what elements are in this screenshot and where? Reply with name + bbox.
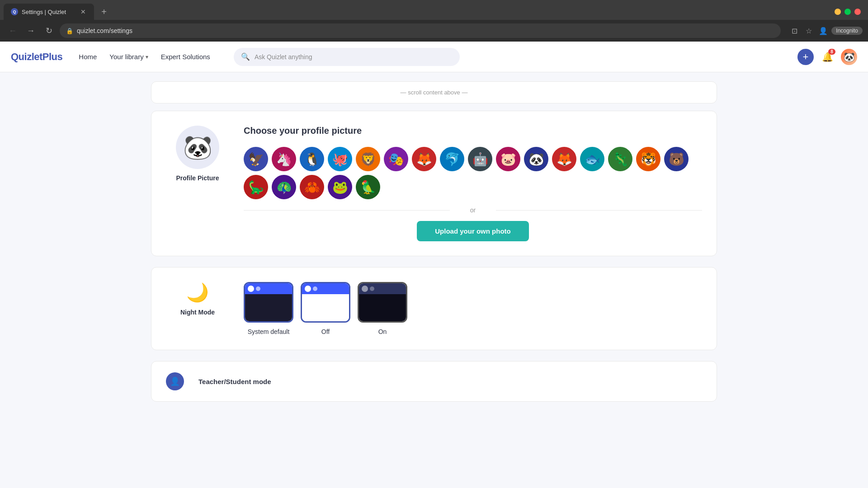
avatar-option[interactable]: 🐬 [440, 147, 464, 171]
profile-browser-icon[interactable]: 👤 [817, 24, 830, 37]
search-placeholder: Ask Quizlet anything [255, 53, 312, 61]
mode-off[interactable]: Off [301, 282, 350, 335]
app: QuizletPlus Home Your library ▾ Expert S… [0, 42, 868, 488]
or-divider: or [244, 206, 702, 214]
maximize-button[interactable] [844, 9, 851, 15]
favicon: Q [11, 8, 18, 15]
avatar-option[interactable]: 🐟 [580, 147, 604, 171]
upload-photo-button[interactable]: Upload your own photo [417, 221, 528, 241]
avatar-option[interactable]: 🐷 [496, 147, 520, 171]
teacher-student-section: 👤 Teacher/Student mode [151, 361, 717, 401]
night-mode-label: Night Mode [180, 309, 215, 316]
chevron-down-icon: ▾ [146, 54, 148, 60]
scrolled-section: — scroll content above — [151, 81, 717, 103]
avatar-option[interactable]: 🦜 [356, 175, 380, 199]
night-mode-options: System default Off [244, 282, 702, 335]
browser-toolbar: ← → ↻ 🔒 quizlet.com/settings ⊡ ☆ 👤 Incog… [0, 20, 868, 42]
nav-expert-solutions[interactable]: Expert Solutions [156, 49, 216, 64]
url-input[interactable]: quizlet.com/settings [77, 27, 774, 34]
avatar-option[interactable]: 🦁 [356, 147, 380, 171]
system-default-preview [244, 282, 293, 323]
avatar-emoji: 🐼 [183, 134, 212, 161]
back-button[interactable]: ← [5, 23, 20, 38]
night-mode-card: 🌙 Night Mode [151, 267, 717, 350]
cast-icon[interactable]: ⊡ [788, 24, 801, 37]
profile-picture-card: 🐼 Profile Picture Choose your profile pi… [151, 111, 717, 256]
avatar-option[interactable]: 🐻 [664, 147, 689, 171]
night-mode-section: 🌙 Night Mode [151, 267, 717, 350]
current-avatar: 🐼 [176, 126, 219, 169]
avatar-option[interactable]: 🦕 [244, 175, 268, 199]
avatar[interactable]: 🐼 [841, 49, 857, 65]
minimize-button[interactable] [835, 9, 841, 15]
profile-picture-section: 🐼 Profile Picture Choose your profile pi… [151, 111, 717, 256]
night-mode-left: 🌙 Night Mode [166, 282, 229, 316]
system-default-label: System default [248, 328, 290, 335]
avatar-option[interactable]: 🐸 [328, 175, 352, 199]
avatar-option[interactable]: 🦀 [300, 175, 324, 199]
teacher-student-card: 👤 Teacher/Student mode [151, 361, 717, 402]
forward-button[interactable]: → [24, 23, 38, 38]
avatar-option[interactable]: 🦄 [272, 147, 296, 171]
avatar-option[interactable]: 🦎 [608, 147, 632, 171]
profile-picture-title: Choose your profile picture [244, 126, 702, 136]
search-bar[interactable]: 🔍 Ask Quizlet anything [234, 48, 460, 66]
profile-picture-label: Profile Picture [176, 174, 219, 182]
tab-title: Settings | Quizlet [22, 9, 76, 15]
lock-icon: 🔒 [66, 28, 73, 34]
mode-on[interactable]: On [358, 282, 407, 335]
avatar-option[interactable]: 🎭 [384, 147, 408, 171]
profile-right: Choose your profile picture 🦅 🦄 🐧 🐙 🦁 🎭 … [244, 126, 702, 241]
logo[interactable]: QuizletPlus [11, 51, 62, 63]
toolbar-icons: ⊡ ☆ 👤 Incognito [788, 24, 863, 37]
avatar-grid: 🦅 🦄 🐧 🐙 🦁 🎭 🦊 🐬 🤖 🐷 🐼 🦊 🐟 🦎 [244, 147, 702, 199]
avatar-option[interactable]: 🦊 [412, 147, 436, 171]
nav-your-library[interactable]: Your library ▾ [104, 49, 153, 64]
window-controls [835, 9, 864, 15]
create-button[interactable]: + [797, 49, 814, 65]
avatar-option[interactable]: 🦊 [552, 147, 576, 171]
nav-home[interactable]: Home [73, 49, 102, 64]
tab-bar: Q Settings | Quizlet ✕ + [0, 0, 868, 20]
main-nav: Home Your library ▾ Expert Solutions [73, 49, 216, 64]
moon-icon: 🌙 [186, 282, 209, 303]
close-tab-button[interactable]: ✕ [80, 8, 87, 15]
header-actions: + 🔔 8 🐼 [797, 49, 857, 65]
teacher-icon: 👤 [166, 372, 184, 390]
notification-badge: 8 [828, 49, 835, 55]
search-icon: 🔍 [241, 52, 250, 61]
browser-window: Q Settings | Quizlet ✕ + ← → ↻ 🔒 quizlet… [0, 0, 868, 42]
avatar-option[interactable]: 🦚 [272, 175, 296, 199]
reload-button[interactable]: ↻ [42, 23, 56, 38]
incognito-label: Incognito [831, 27, 863, 35]
avatar-option[interactable]: 🤖 [468, 147, 492, 171]
on-preview [358, 282, 407, 323]
avatar-option[interactable]: 🦅 [244, 147, 268, 171]
app-header: QuizletPlus Home Your library ▾ Expert S… [0, 42, 868, 72]
page-content: — scroll content above — 🐼 Profile Pictu… [140, 72, 728, 422]
off-preview [301, 282, 350, 323]
new-tab-button[interactable]: + [98, 5, 110, 18]
profile-left: 🐼 Profile Picture [166, 126, 229, 182]
close-window-button[interactable] [854, 9, 861, 15]
on-label: On [378, 328, 387, 335]
avatar-option[interactable]: 🐼 [524, 147, 548, 171]
avatar-option[interactable]: 🐧 [300, 147, 324, 171]
avatar-option[interactable]: 🐯 [636, 147, 660, 171]
off-label: Off [321, 328, 330, 335]
night-mode-right: System default Off [244, 282, 702, 335]
bookmark-icon[interactable]: ☆ [802, 24, 815, 37]
avatar-option[interactable]: 🐙 [328, 147, 352, 171]
teacher-student-label: Teacher/Student mode [198, 378, 271, 385]
address-bar[interactable]: 🔒 quizlet.com/settings [60, 23, 781, 38]
mode-system-default[interactable]: System default [244, 282, 293, 335]
notifications-button[interactable]: 🔔 8 [819, 49, 835, 65]
active-tab[interactable]: Q Settings | Quizlet ✕ [4, 4, 94, 20]
